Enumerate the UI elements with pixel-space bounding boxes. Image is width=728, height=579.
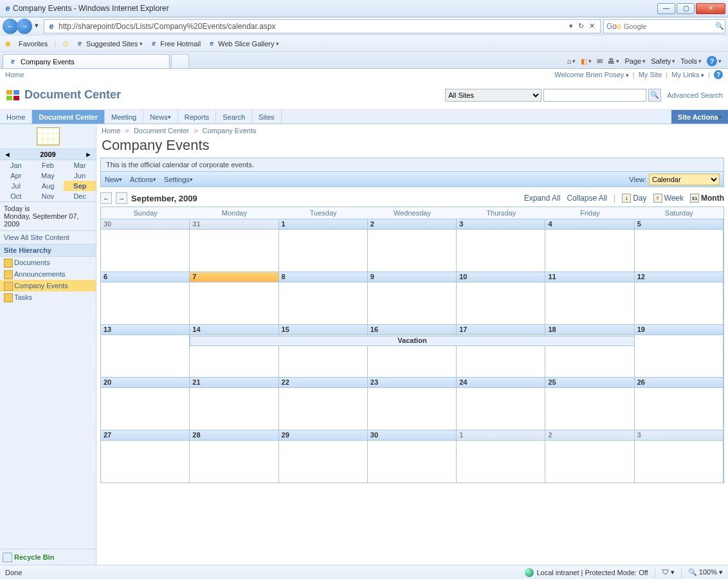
day-cell[interactable]: 29 xyxy=(279,430,368,482)
actions-menu[interactable]: Actions xyxy=(130,176,156,183)
zoom-control[interactable]: 🔍 100% ▾ xyxy=(688,568,723,576)
maximize-button[interactable]: ▢ xyxy=(677,3,695,14)
day-cell[interactable]: 27 xyxy=(101,430,190,482)
search-input[interactable] xyxy=(624,23,713,30)
day-cell[interactable]: 31 xyxy=(190,219,278,271)
favorites-star-icon[interactable]: ★ xyxy=(4,39,12,49)
my-site-link[interactable]: My Site xyxy=(639,71,662,78)
sidebar-item-documents[interactable]: Documents xyxy=(0,257,96,268)
topnav-tab-sites[interactable]: Sites xyxy=(252,110,281,124)
address-input[interactable] xyxy=(59,22,567,31)
day-cell[interactable]: 15 xyxy=(279,324,368,377)
next-month-button[interactable]: → xyxy=(116,192,127,204)
welcome-menu[interactable]: Welcome Brien Posey xyxy=(554,71,629,78)
free-hotmail-link[interactable]: eFree Hotmail xyxy=(149,39,201,48)
forward-button[interactable]: → xyxy=(17,19,32,34)
new-tab-button[interactable] xyxy=(171,54,189,68)
day-cell[interactable]: 3 xyxy=(635,430,723,482)
day-cell[interactable]: 28 xyxy=(190,430,278,482)
page-menu[interactable]: Page xyxy=(624,57,646,65)
day-cell[interactable]: 4 xyxy=(545,219,634,271)
expand-all-link[interactable]: Expand All xyxy=(524,194,561,203)
month-jan[interactable]: Jan xyxy=(0,160,32,170)
month-dec[interactable]: Dec xyxy=(64,191,96,201)
breadcrumb-doc-center[interactable]: Document Center xyxy=(134,127,189,134)
breadcrumb-home[interactable]: Home xyxy=(102,127,120,134)
topnav-tab-meeting[interactable]: Meeting xyxy=(105,110,143,124)
month-may[interactable]: May xyxy=(32,170,64,181)
day-cell[interactable]: 6 xyxy=(101,271,190,324)
day-cell[interactable]: 14 xyxy=(190,324,278,377)
week-view-button[interactable]: 7Week xyxy=(653,194,684,203)
month-feb[interactable]: Feb xyxy=(32,160,64,170)
day-cell[interactable]: 20 xyxy=(101,377,190,430)
mail-button[interactable]: ✉ xyxy=(597,57,603,66)
favorites-label[interactable]: Favorites xyxy=(19,40,48,48)
month-jul[interactable]: Jul xyxy=(0,181,32,191)
day-cell[interactable]: 11 xyxy=(545,271,634,324)
day-cell[interactable]: 9 xyxy=(368,271,457,324)
address-dropdown[interactable]: ▾ xyxy=(567,22,576,30)
day-cell[interactable]: 30 xyxy=(368,430,457,482)
security-zone[interactable]: Local intranet | Protected Mode: Off xyxy=(525,568,648,577)
sidebar-item-company-events[interactable]: Company Events xyxy=(0,280,96,291)
day-cell[interactable]: 13 xyxy=(101,324,190,377)
day-cell[interactable]: 12 xyxy=(635,271,723,324)
day-cell[interactable]: 2 xyxy=(545,430,634,482)
search-go-button[interactable]: 🔍 xyxy=(715,22,724,30)
tools-menu[interactable]: Tools xyxy=(680,57,702,65)
day-cell[interactable]: 8 xyxy=(279,271,368,324)
day-cell[interactable]: 26 xyxy=(635,377,723,430)
day-cell[interactable]: 16 xyxy=(368,324,457,377)
month-view-button[interactable]: 31Month xyxy=(690,194,724,203)
day-cell[interactable]: 1 xyxy=(279,219,368,271)
print-button[interactable]: 🖶 xyxy=(608,57,619,65)
help-menu[interactable]: ? xyxy=(707,56,722,66)
close-button[interactable]: ✕ xyxy=(696,3,725,14)
browser-tab[interactable]: e Company Events xyxy=(3,54,170,68)
month-oct[interactable]: Oct xyxy=(0,191,32,201)
sidebar-item-tasks[interactable]: Tasks xyxy=(0,291,96,303)
topnav-tab-news[interactable]: News ▾ xyxy=(143,110,178,124)
day-cell[interactable]: 2 xyxy=(368,219,457,271)
advanced-search-link[interactable]: Advanced Search xyxy=(667,91,723,99)
minimize-button[interactable]: — xyxy=(657,3,675,14)
search-scope-select[interactable]: All Sites xyxy=(445,89,541,102)
collapse-all-link[interactable]: Collapse All xyxy=(567,194,607,203)
feeds-button[interactable]: ◧ xyxy=(581,57,592,66)
view-select[interactable]: Calendar xyxy=(649,174,720,185)
day-cell[interactable]: 5 xyxy=(635,219,723,271)
day-cell[interactable]: 24 xyxy=(457,377,545,430)
stop-button[interactable]: ✕ xyxy=(587,22,597,30)
month-apr[interactable]: Apr xyxy=(0,170,32,181)
home-button[interactable]: ⌂ xyxy=(567,57,576,65)
add-favorite-icon[interactable]: ✩ xyxy=(62,39,69,48)
view-all-site-content-link[interactable]: View All Site Content xyxy=(0,231,96,244)
topnav-tab-document-center[interactable]: Document Center xyxy=(32,110,105,124)
site-actions-menu[interactable]: Site Actions xyxy=(671,110,728,124)
day-cell[interactable]: 25 xyxy=(545,377,634,430)
day-cell[interactable]: 21 xyxy=(190,377,278,430)
my-links-menu[interactable]: My Links xyxy=(671,71,704,78)
web-slice-gallery-link[interactable]: eWeb Slice Gallery xyxy=(207,39,279,48)
day-cell[interactable]: 23 xyxy=(368,377,457,430)
month-jun[interactable]: Jun xyxy=(64,170,96,181)
prev-year-button[interactable]: ◄ xyxy=(4,151,11,158)
refresh-button[interactable]: ↻ xyxy=(576,22,587,30)
settings-menu[interactable]: Settings xyxy=(164,176,193,183)
recycle-bin-link[interactable]: Recycle Bin xyxy=(0,549,96,565)
safety-menu[interactable]: Safety xyxy=(651,57,675,65)
sidebar-item-announcements[interactable]: Announcements xyxy=(0,268,96,280)
suggested-sites-link[interactable]: eSuggested Sites xyxy=(75,39,143,48)
next-year-button[interactable]: ► xyxy=(85,151,92,158)
day-view-button[interactable]: 1Day xyxy=(622,194,646,203)
prev-month-button[interactable]: ← xyxy=(100,192,112,204)
month-mar[interactable]: Mar xyxy=(64,160,96,170)
day-cell[interactable]: 30 xyxy=(101,219,190,271)
topnav-tab-search[interactable]: Search xyxy=(216,110,252,124)
site-title[interactable]: Document Center xyxy=(24,88,121,102)
help-icon[interactable]: ? xyxy=(714,70,723,79)
day-cell[interactable]: 22 xyxy=(279,377,368,430)
address-bar[interactable]: e ▾ ↻ ✕ xyxy=(44,19,601,33)
day-cell[interactable]: 7 xyxy=(190,271,278,324)
